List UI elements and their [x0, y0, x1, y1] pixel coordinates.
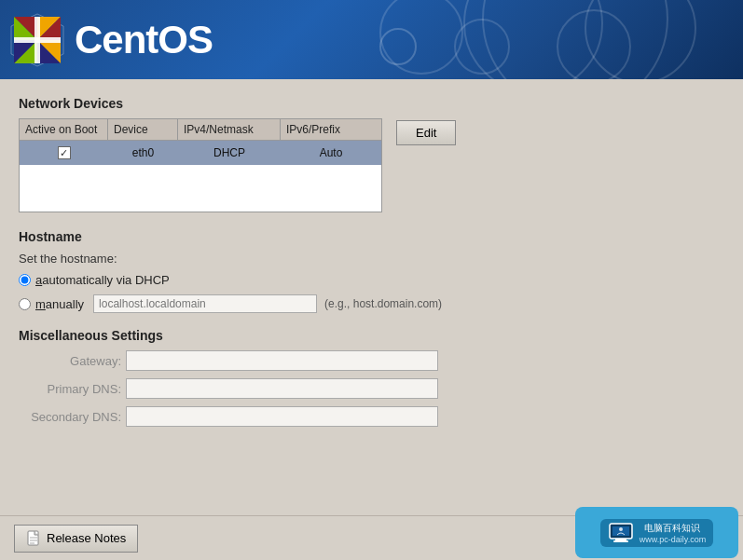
col-header-ipv4: IPv4/Netmask	[178, 119, 281, 140]
cell-device: eth0	[108, 144, 178, 161]
hostname-hint: (e.g., host.domain.com)	[324, 297, 442, 310]
primary-dns-row: Primary DNS:	[19, 378, 724, 399]
cell-active: ✓	[20, 144, 108, 161]
gateway-input[interactable]	[126, 350, 438, 371]
col-header-device: Device	[108, 119, 178, 140]
col-header-ipv6: IPv6/Prefix	[281, 119, 381, 140]
secondary-dns-row: Secondary DNS:	[19, 406, 724, 427]
hostname-title: Hostname	[19, 229, 724, 244]
centos-logo-icon	[9, 12, 65, 68]
manual-radio-row: manually (e.g., host.domain.com)	[19, 294, 724, 313]
hostname-subtitle: Set the hostname:	[19, 252, 724, 266]
table-row[interactable]: ✓ eth0 DHCP Auto	[20, 141, 381, 165]
release-notes-label: Release Notes	[47, 531, 126, 545]
col-header-active: Active on Boot	[20, 119, 108, 140]
secondary-dns-label: Secondary DNS:	[19, 410, 126, 424]
watermark-url: www.pc-daily.com	[640, 535, 706, 544]
svg-rect-16	[615, 539, 626, 540]
gateway-label: Gateway:	[19, 354, 126, 368]
dhcp-radio-row: aautomatically via DHCP	[19, 273, 724, 287]
hostname-section: Hostname Set the hostname: aautomaticall…	[19, 229, 724, 313]
main-content: Network Devices Active on Boot Device IP…	[0, 79, 743, 451]
misc-section: Miscellaneous Settings Gateway: Primary …	[19, 328, 724, 427]
dhcp-label: aautomatically via DHCP	[35, 273, 170, 287]
table-header: Active on Boot Device IPv4/Netmask IPv6/…	[20, 119, 381, 141]
header-logo-text: CentOS	[75, 18, 213, 62]
manual-label: manually	[35, 297, 84, 311]
primary-dns-label: Primary DNS:	[19, 382, 126, 396]
svg-point-20	[619, 527, 623, 531]
watermark: 电脑百科知识 www.pc-daily.com	[575, 507, 738, 558]
misc-title: Miscellaneous Settings	[19, 328, 724, 343]
svg-rect-17	[613, 540, 628, 542]
svg-rect-10	[14, 37, 61, 43]
watermark-site-name: 电脑百科知识	[640, 522, 706, 535]
cell-ipv4: DHCP	[178, 144, 281, 161]
manual-radio[interactable]	[19, 298, 31, 310]
hostname-input[interactable]	[93, 294, 317, 313]
dhcp-radio[interactable]	[19, 274, 31, 286]
gateway-row: Gateway:	[19, 350, 724, 371]
monitor-icon	[608, 522, 634, 544]
document-icon	[26, 530, 41, 547]
secondary-dns-input[interactable]	[126, 406, 438, 427]
active-checkbox[interactable]: ✓	[58, 146, 71, 159]
network-devices-title: Network Devices	[19, 96, 724, 111]
network-devices-table: Active on Boot Device IPv4/Netmask IPv6/…	[19, 118, 382, 212]
header: CentOS	[0, 0, 743, 79]
edit-button[interactable]: Edit	[396, 120, 456, 145]
cell-ipv6: Auto	[281, 144, 381, 161]
table-empty-area	[20, 165, 381, 212]
release-notes-button[interactable]: Release Notes	[14, 525, 138, 553]
watermark-inner: 电脑百科知识 www.pc-daily.com	[600, 519, 713, 547]
primary-dns-input[interactable]	[126, 378, 438, 399]
header-logo: CentOS	[9, 12, 213, 68]
